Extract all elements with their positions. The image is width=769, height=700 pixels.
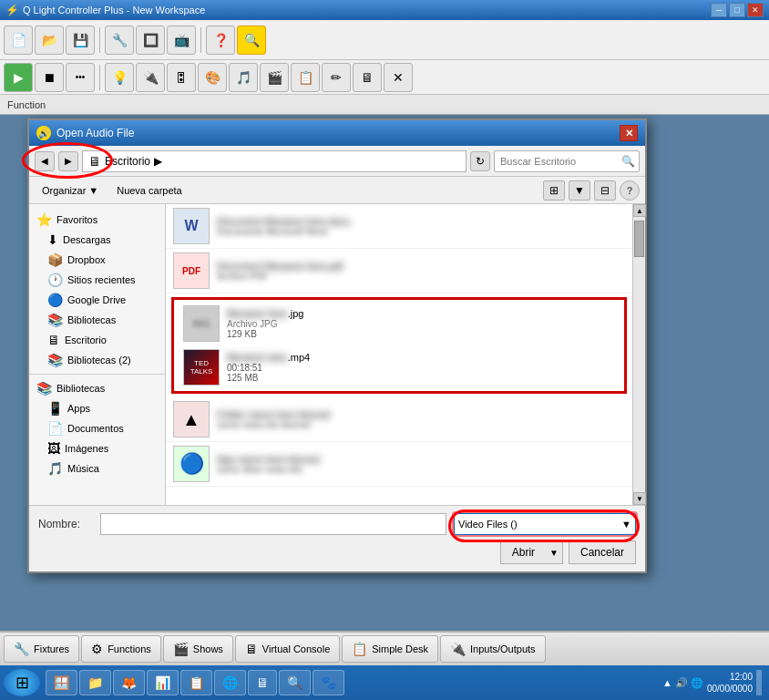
search-input[interactable] xyxy=(500,156,633,167)
start-button[interactable]: ⊞ xyxy=(4,669,40,696)
functions-tab[interactable]: ⚙ Functions xyxy=(81,635,161,663)
pane-button[interactable]: ⊟ xyxy=(594,180,616,201)
new-folder-label: Nueva carpeta xyxy=(117,185,182,196)
io-tab[interactable]: 🔌 Inputs/Outputs xyxy=(440,635,546,663)
sidebar-item-descargas[interactable]: ⬇ Descargas xyxy=(29,230,165,250)
sidebar-item-docs[interactable]: 📄 Documentos xyxy=(29,418,165,438)
sidebar-item-favoritos[interactable]: ⭐ Favoritos xyxy=(29,210,165,230)
fixture-btn[interactable]: 💡 xyxy=(105,63,134,92)
windows-btn[interactable]: 🪟 xyxy=(46,670,77,695)
stop-button[interactable]: ⏹ xyxy=(35,63,64,92)
scroll-up-button[interactable]: ▲ xyxy=(633,204,646,217)
sidebar-item-images[interactable]: 🖼 Imágenes xyxy=(29,438,165,458)
media-btn[interactable]: 🐾 xyxy=(313,670,344,695)
explorer-btn[interactable]: 📁 xyxy=(79,670,111,695)
search-box[interactable]: 🔍 xyxy=(494,150,640,172)
open-arrow-button[interactable]: ▼ xyxy=(546,548,562,558)
shows-tab[interactable]: 🎬 Shows xyxy=(163,635,233,663)
sidebar-label: Dropbox xyxy=(67,254,106,265)
windows-taskbar: ⊞ 🪟 📁 🦊 📊 📋 🌐 🖥 🔍 🐾 ▲ 🔊 🌐 12:0000/00/000… xyxy=(0,665,769,700)
monitor-button[interactable]: 📺 xyxy=(167,26,196,55)
organize-label: Organizar xyxy=(42,185,86,196)
macro-btn[interactable]: 📋 xyxy=(291,63,320,92)
sidebar-label: Google Drive xyxy=(67,294,126,305)
dialog-close-button[interactable]: ✕ xyxy=(620,125,638,141)
scrollbar[interactable]: ▲ ▼ xyxy=(632,204,645,505)
video-btn[interactable]: 🎬 xyxy=(260,63,289,92)
chrome-btn[interactable]: 🌐 xyxy=(214,670,246,695)
dmx-usb-btn[interactable]: 🔌 xyxy=(136,63,165,92)
file-meta: some meta info blurred xyxy=(217,420,625,430)
file-thumbnail: PDF xyxy=(173,252,210,289)
address-path: 🖥 Escritorio ▶ xyxy=(82,150,467,172)
help-button[interactable]: ? xyxy=(620,180,640,201)
filename-row: Nombre: Video Files () ▼ xyxy=(38,513,636,535)
file-type: Archivo JPG xyxy=(227,319,615,329)
organize-button[interactable]: Organizar ▼ xyxy=(35,183,106,198)
monitor-btn2[interactable]: 🖥 xyxy=(248,670,277,695)
filename-input[interactable] xyxy=(100,513,446,535)
close-button[interactable]: ✕ xyxy=(747,3,764,17)
fixtures-tab[interactable]: 🔧 Fixtures xyxy=(4,635,79,663)
firefox-btn[interactable]: 🦊 xyxy=(113,670,145,695)
functions-icon: ⚙ xyxy=(91,642,103,656)
scroll-down-button[interactable]: ▼ xyxy=(633,492,646,505)
scrollbar-thumb[interactable] xyxy=(634,221,644,257)
view-button[interactable]: ⊞ xyxy=(543,180,565,201)
rgb-btn[interactable]: 🎨 xyxy=(198,63,227,92)
sidebar-label: Bibliotecas xyxy=(67,314,116,325)
play-button[interactable]: ▶ xyxy=(4,63,33,92)
dialog-filelist[interactable]: W Document filename here.docx Documento … xyxy=(166,204,632,505)
minimize-button[interactable]: ─ xyxy=(711,3,727,17)
more-button[interactable]: ••• xyxy=(66,63,95,92)
sidebar-item-gdrive[interactable]: 🔵 Google Drive xyxy=(29,290,165,310)
close-btn2[interactable]: ✕ xyxy=(384,63,413,92)
view-dropdown[interactable]: ▼ xyxy=(569,180,590,201)
new-button[interactable]: 📄 xyxy=(4,26,33,55)
sidebar-item-dropbox[interactable]: 📦 Dropbox xyxy=(29,250,165,270)
search-button[interactable]: 🔍 xyxy=(237,26,266,55)
file-info: filename here.jpg Archivo JPG 129 KB xyxy=(227,308,615,339)
list-item[interactable]: PDF Document filename here.pdf Archivo P… xyxy=(166,249,632,293)
simple-desk-tab[interactable]: 📋 Simple Desk xyxy=(342,635,438,663)
list-item[interactable]: IMG filename here.jpg Archivo JPG 129 KB xyxy=(176,302,622,345)
open-main-button[interactable]: Abrir xyxy=(501,546,546,559)
refresh-button[interactable]: ↻ xyxy=(470,151,490,171)
sidebar-item-bibliotecas2[interactable]: 📚 Bibliotecas (2) xyxy=(29,350,165,370)
show-desktop[interactable] xyxy=(756,670,762,695)
back-button[interactable]: ◀ xyxy=(35,151,55,171)
sidebar-item-bibliotecas[interactable]: 📚 Bibliotecas xyxy=(29,310,165,330)
list-item[interactable]: TEDTALKS filename here.mp4 00:18:51 125 … xyxy=(176,345,622,389)
new-folder-button[interactable]: Nueva carpeta xyxy=(109,183,190,198)
sidebar-item-escritorio[interactable]: 🖥 Escritorio xyxy=(29,330,165,350)
notepad-btn[interactable]: 📋 xyxy=(180,670,212,695)
dmx-button[interactable]: 🔧 xyxy=(105,26,134,55)
sidebar-item-sitios[interactable]: 🕐 Sitios recientes xyxy=(29,270,165,290)
list-item[interactable]: W Document filename here.docx Documento … xyxy=(166,204,632,249)
desktop-btn[interactable]: 🖥 xyxy=(353,63,382,92)
fixture2-btn[interactable]: 🎛 xyxy=(167,63,196,92)
office-btn[interactable]: 📊 xyxy=(147,670,179,695)
file-info: Document filename here.pdf Archivo PDF xyxy=(217,261,625,282)
sidebar-item-apps[interactable]: 📱 Apps xyxy=(29,398,165,418)
sidebar-item-music[interactable]: 🎵 Música xyxy=(29,458,165,479)
virtual-console-tab[interactable]: 🖥 Virtual Console xyxy=(235,635,340,663)
dialog-toolbar: Organizar ▼ Nueva carpeta ⊞ ▼ ⊟ ? xyxy=(29,177,645,204)
cancel-button[interactable]: Cancelar xyxy=(569,540,636,564)
list-item[interactable]: 🔵 App name here blurred some other meta … xyxy=(166,442,632,487)
button-row: Abrir ▼ Cancelar xyxy=(38,540,636,564)
forward-button[interactable]: ▶ xyxy=(58,151,78,171)
pen-btn[interactable]: ✏ xyxy=(322,63,351,92)
explorer-icon: 📁 xyxy=(87,675,103,690)
audio-btn[interactable]: 🎵 xyxy=(229,63,258,92)
toolbar-separator xyxy=(99,27,100,53)
file-type-dropdown[interactable]: Video Files () ▼ xyxy=(454,513,636,535)
qlc-btn[interactable]: 🔍 xyxy=(279,670,311,695)
list-item[interactable]: ▲ Folder name here blurred some meta inf… xyxy=(166,397,632,442)
maximize-button[interactable]: □ xyxy=(729,3,745,17)
save-button[interactable]: 💾 xyxy=(66,26,95,55)
fixture-manager-button[interactable]: 🔲 xyxy=(136,26,165,55)
open-button[interactable]: 📂 xyxy=(35,26,64,55)
help-button[interactable]: ❓ xyxy=(206,26,235,55)
sidebar-item-libraries-group[interactable]: 📚 Bibliotecas xyxy=(29,378,165,398)
